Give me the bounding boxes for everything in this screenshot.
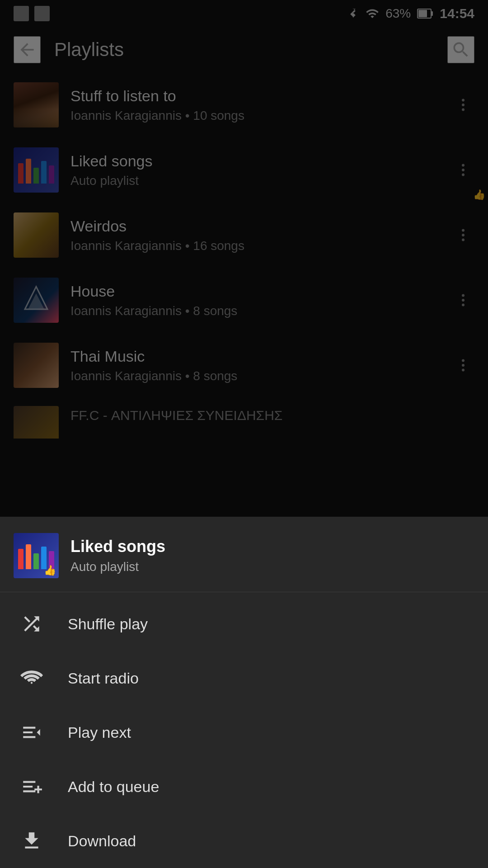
start-radio-label: Start radio xyxy=(68,670,139,687)
radio-icon xyxy=(18,665,45,692)
thumbs-up-icon: 👍 xyxy=(44,565,56,576)
play-next-label: Play next xyxy=(68,724,131,741)
sheet-title: Liked songs xyxy=(70,537,165,556)
bar xyxy=(18,549,23,569)
sheet-header: 👍 Liked songs Auto playlist xyxy=(0,517,488,592)
sheet-thumbnail: 👍 xyxy=(14,533,59,578)
shuffle-icon xyxy=(18,610,45,637)
shuffle-play-label: Shuffle play xyxy=(68,615,148,633)
sheet-subtitle: Auto playlist xyxy=(70,560,165,574)
add-queue-icon xyxy=(18,773,45,800)
bar xyxy=(33,553,39,569)
download-item[interactable]: Download xyxy=(0,814,488,868)
shuffle-play-item[interactable]: Shuffle play xyxy=(0,597,488,651)
play-next-item[interactable]: Play next xyxy=(0,705,488,760)
start-radio-item[interactable]: Start radio xyxy=(0,651,488,705)
bottom-sheet: 👍 Liked songs Auto playlist Shuffle play… xyxy=(0,517,488,868)
download-icon xyxy=(18,827,45,854)
add-to-queue-item[interactable]: Add to queue xyxy=(0,760,488,814)
download-label: Download xyxy=(68,832,136,850)
add-to-queue-label: Add to queue xyxy=(68,778,159,796)
sheet-title-area: Liked songs Auto playlist xyxy=(70,537,165,574)
play-next-icon xyxy=(18,719,45,746)
bar xyxy=(26,544,31,569)
